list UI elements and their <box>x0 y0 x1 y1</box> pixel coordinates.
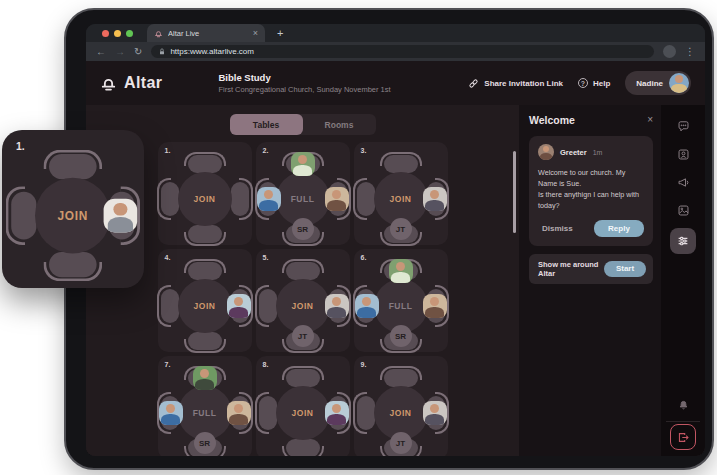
participant-avatar[interactable] <box>257 187 281 211</box>
user-name: Nadine <box>636 79 663 88</box>
user-menu-button[interactable]: Nadine <box>625 71 691 95</box>
address-bar[interactable]: https:www.altarlive.com <box>151 45 654 58</box>
table-graphic: JOIN JT <box>256 262 350 350</box>
table-card: 5. JOIN JT <box>256 249 350 352</box>
participant-avatar[interactable] <box>227 401 251 425</box>
seat-badge: JT <box>390 218 412 240</box>
seat-badge: JT <box>390 432 412 454</box>
tab-rooms[interactable]: Rooms <box>303 114 376 135</box>
leave-icon <box>677 431 690 444</box>
participant-avatar[interactable] <box>193 366 217 390</box>
seat <box>357 182 375 216</box>
seat <box>161 182 179 216</box>
participant-avatar[interactable] <box>423 187 447 211</box>
seat <box>49 154 97 179</box>
altar-app: Altar Bible Study First Congregational C… <box>86 61 705 456</box>
scrollbar-thumb[interactable] <box>513 151 516 233</box>
tab-close-icon[interactable]: × <box>253 29 258 38</box>
table-center-label: FULL <box>291 194 315 204</box>
message-text: Welcome to our church. My Name is Sue. I… <box>538 167 644 212</box>
browser-tab[interactable]: Altar Live × <box>147 24 265 42</box>
back-icon[interactable]: ← <box>96 47 106 57</box>
app-header: Altar Bible Study First Congregational C… <box>86 61 705 105</box>
new-tab-button[interactable]: + <box>277 28 283 39</box>
tour-label: Show me around Altar <box>538 260 604 278</box>
forward-icon[interactable]: → <box>115 47 125 57</box>
leave-event-button[interactable] <box>670 424 696 450</box>
participant-avatar[interactable] <box>159 401 183 425</box>
table-graphic: JOIN JT <box>354 155 448 243</box>
table-join-button[interactable]: JOIN <box>178 279 232 333</box>
tables-grid: 1. JOIN 2. FULL <box>158 142 448 456</box>
seat <box>49 252 97 277</box>
altar-favicon-icon <box>154 29 163 38</box>
table-graphic: JOIN JT <box>354 369 448 456</box>
greeter-avatar <box>538 144 554 160</box>
participant-avatar[interactable] <box>389 259 413 283</box>
altar-logo: Altar <box>100 74 162 92</box>
seat <box>188 332 222 350</box>
chat-icon[interactable] <box>673 116 693 136</box>
help-button[interactable]: ? Help <box>578 78 610 88</box>
table-graphic: JOIN <box>158 262 252 350</box>
tables-layout-icon[interactable] <box>670 228 696 254</box>
table-number: 3. <box>361 147 367 154</box>
table-join-button[interactable]: JOIN <box>276 386 330 440</box>
participant-avatar[interactable] <box>227 294 251 318</box>
table-join-button[interactable]: JOIN <box>35 178 111 254</box>
browser-menu-icon[interactable]: ⋮ <box>685 47 695 57</box>
tour-card: Show me around Altar Start <box>529 254 653 284</box>
maximize-window-button[interactable] <box>126 30 133 37</box>
reply-button[interactable]: Reply <box>594 220 644 237</box>
table-center-label: JOIN <box>390 194 412 204</box>
table-graphic: JOIN <box>158 155 252 243</box>
participant-avatar[interactable] <box>291 152 315 176</box>
bell-icon[interactable] <box>673 394 693 414</box>
sidebar-divider <box>666 421 700 422</box>
greeter-message-card: Greeter 1m Welcome to our church. My Nam… <box>529 136 653 246</box>
window-controls[interactable] <box>102 30 133 37</box>
tables-view: Tables Rooms 1. JOIN 2. <box>86 105 519 456</box>
event-title: Bible Study <box>218 72 390 83</box>
seat-badge: JT <box>292 325 314 347</box>
table-center-label: FULL <box>389 301 413 311</box>
tablet-device-frame: Altar Live × + ← → ↻ https:www.altarlive… <box>64 8 714 470</box>
tab-tables[interactable]: Tables <box>230 114 303 135</box>
browser-profile-avatar[interactable] <box>663 45 676 58</box>
lock-icon <box>158 47 166 56</box>
table-center-label: JOIN <box>194 301 216 311</box>
browser-tab-bar: Altar Live × + <box>86 24 705 42</box>
close-icon[interactable]: × <box>647 115 653 125</box>
share-link-label: Share Invitation Link <box>484 79 563 88</box>
attendees-icon[interactable] <box>673 144 693 164</box>
participant-avatar[interactable] <box>325 401 349 425</box>
table-number: 9. <box>361 361 367 368</box>
seat <box>188 155 222 173</box>
media-icon[interactable] <box>673 200 693 220</box>
announcement-icon[interactable] <box>673 172 693 192</box>
close-window-button[interactable] <box>102 30 109 37</box>
seat-badge: SR <box>292 218 314 240</box>
table-graphic: FULL SR <box>256 155 350 243</box>
start-tour-button[interactable]: Start <box>604 261 646 277</box>
table-graphic: JOIN <box>7 154 139 277</box>
participant-avatar[interactable] <box>355 294 379 318</box>
browser-toolbar: ← → ↻ https:www.altarlive.com ⋮ <box>86 42 705 61</box>
table-center-label: JOIN <box>390 408 412 418</box>
participant-avatar[interactable] <box>423 401 447 425</box>
participant-avatar[interactable] <box>104 199 138 233</box>
participant-avatar[interactable] <box>325 294 349 318</box>
table-graphic: FULL SR <box>158 369 252 456</box>
table-number: 1. <box>165 147 171 154</box>
participant-avatar[interactable] <box>423 294 447 318</box>
participant-avatar[interactable] <box>325 187 349 211</box>
dismiss-button[interactable]: Dismiss <box>542 224 573 233</box>
table-card: 9. JOIN JT <box>354 356 448 456</box>
reload-icon[interactable]: ↻ <box>134 47 142 57</box>
table-number: 4. <box>165 254 171 261</box>
minimize-window-button[interactable] <box>114 30 121 37</box>
table-join-button[interactable]: JOIN <box>178 172 232 226</box>
table-center-label: FULL <box>193 408 217 418</box>
seat <box>161 289 179 323</box>
share-invitation-link-button[interactable]: Share Invitation Link <box>468 78 563 89</box>
